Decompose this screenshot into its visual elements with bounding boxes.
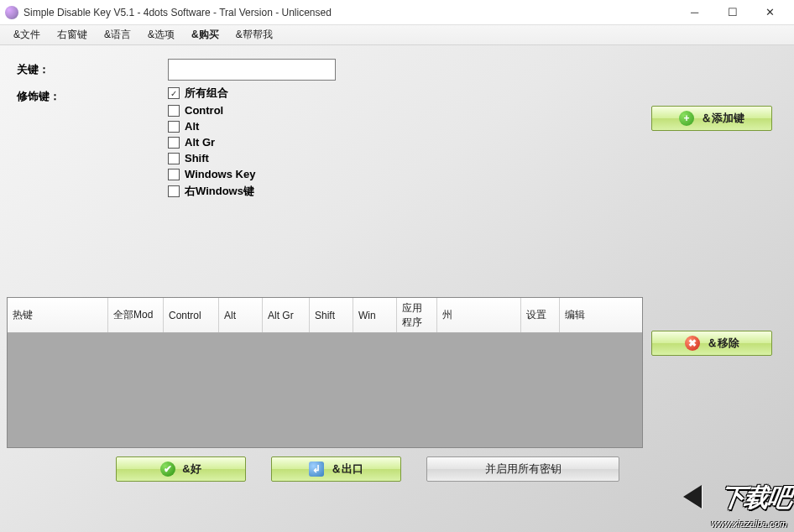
watermark: 下载吧 www.xiazaiba.com (660, 473, 794, 532)
exit-button[interactable]: ↲ ＆出口 (271, 456, 401, 482)
check-icon: ✔ (160, 462, 175, 477)
key-input[interactable] (168, 59, 336, 81)
th-alt[interactable]: Alt (219, 298, 263, 332)
menu-buy[interactable]: &购买 (183, 25, 227, 44)
menu-rightwin[interactable]: 右窗键 (49, 25, 96, 44)
checkbox-all-label: 所有组合 (185, 86, 228, 101)
add-key-button[interactable]: + ＆添加键 (651, 106, 772, 131)
checkbox-winkey[interactable] (168, 169, 180, 180)
delete-icon: ✖ (685, 336, 700, 351)
enable-all-label: 并启用所有密钥 (485, 462, 562, 477)
th-hotkey[interactable]: 热键 (8, 298, 108, 332)
remove-label: ＆移除 (707, 336, 739, 351)
hotkeys-table[interactable]: 热键 全部Mod Control Alt Alt Gr Shift Win 应用… (7, 297, 643, 448)
checkbox-shift-label: Shift (185, 152, 209, 164)
th-app[interactable]: 应用程序 (397, 298, 437, 332)
add-key-label: ＆添加键 (701, 111, 744, 126)
titlebar: Simple Disable Key V5.1 - 4dots Software… (0, 0, 794, 25)
window-title: Simple Disable Key V5.1 - 4dots Software… (24, 7, 676, 18)
checkbox-shift[interactable] (168, 153, 180, 164)
checkbox-winkey-label: Windows Key (185, 168, 255, 180)
checkbox-alt[interactable] (168, 121, 180, 133)
menu-options[interactable]: &选项 (139, 25, 183, 44)
watermark-url: www.xiazaiba.com (712, 519, 787, 529)
th-control[interactable]: Control (164, 298, 219, 332)
th-setting[interactable]: 设置 (521, 298, 560, 332)
checkbox-rightwin[interactable] (168, 185, 180, 197)
checkbox-rightwin-label: 右Windows键 (185, 184, 254, 199)
enable-all-button[interactable]: 并启用所有密钥 (426, 456, 619, 482)
exit-icon: ↲ (309, 462, 324, 477)
download-arrow-icon (683, 485, 702, 509)
menu-help[interactable]: &帮帮我 (227, 25, 281, 44)
th-edit[interactable]: 编辑 (560, 298, 642, 332)
exit-label: ＆出口 (331, 462, 363, 477)
th-shift[interactable]: Shift (310, 298, 353, 332)
th-state[interactable]: 州 (437, 298, 521, 332)
th-allmod[interactable]: 全部Mod (108, 298, 164, 332)
menu-file[interactable]: &文件 (5, 25, 49, 44)
checkbox-all[interactable]: ✓ (168, 87, 180, 99)
checkbox-altgr-label: Alt Gr (185, 136, 215, 149)
checkbox-alt-label: Alt (185, 120, 199, 133)
remove-button[interactable]: ✖ ＆移除 (651, 331, 772, 356)
key-label: 关键： (17, 59, 168, 77)
minimize-button[interactable]: ─ (676, 1, 713, 24)
ok-button[interactable]: ✔ &好 (116, 456, 246, 482)
th-win[interactable]: Win (353, 298, 397, 332)
checkbox-altgr[interactable] (168, 137, 180, 149)
checkbox-control-label: Control (185, 104, 223, 117)
watermark-text: 下载吧 (718, 481, 793, 515)
maximize-button[interactable]: ☐ (713, 1, 751, 24)
checkbox-control[interactable] (168, 105, 180, 117)
app-icon (5, 6, 18, 19)
close-button[interactable]: ✕ (751, 1, 789, 24)
th-altgr[interactable]: Alt Gr (263, 298, 310, 332)
plus-icon: + (679, 111, 694, 126)
menubar: &文件 右窗键 &语言 &选项 &购买 &帮帮我 (0, 25, 794, 45)
content-area: 关键： 修饰键： ✓ 所有组合 Control Alt (0, 45, 794, 532)
ok-label: &好 (182, 462, 201, 477)
menu-language[interactable]: &语言 (96, 25, 139, 44)
modifiers-label: 修饰键： (17, 86, 168, 104)
